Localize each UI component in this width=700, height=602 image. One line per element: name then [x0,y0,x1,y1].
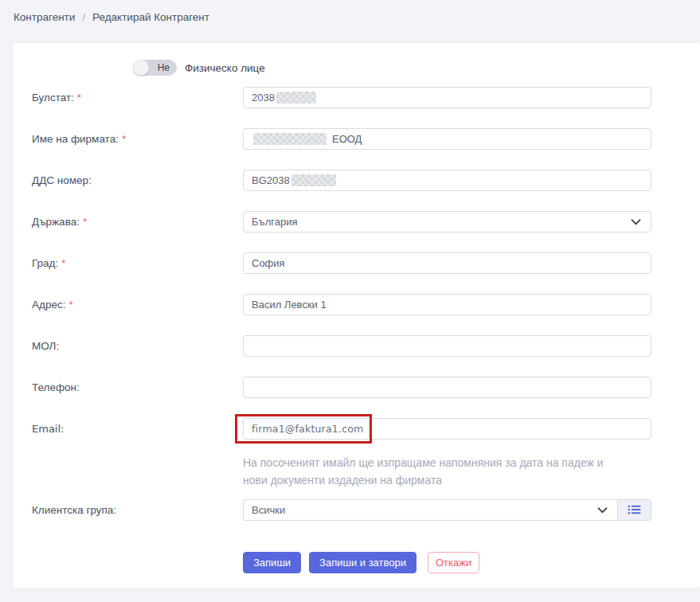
required-asterisk: * [61,257,65,269]
content-card: Не Физическо лице Булстат:* 2038 Име на … [13,43,700,588]
toggle-knob-icon [133,60,149,76]
required-asterisk: * [68,299,72,311]
country-select[interactable]: България [243,211,651,233]
bulstat-row: Булстат:* 2038 [32,76,651,118]
physical-person-toggle[interactable]: Не [133,60,177,76]
cancel-button[interactable]: Откажи [428,552,479,573]
censored-text [253,133,327,145]
breadcrumb: Контрагенти / Редактирай Контрагент [0,0,700,43]
address-input[interactable] [243,294,651,315]
mol-input[interactable] [243,335,651,357]
email-help-row: На посоченият имайл ще изпращаме напомня… [32,454,651,489]
bulstat-input[interactable]: 2038 [243,87,651,108]
client-group-label: Клиентска група: [32,504,243,516]
physical-person-toggle-row: Не Физическо лице [133,60,651,76]
company-name-row: Име на фирмата:* ЕООД [32,118,651,159]
chevron-down-icon [596,503,609,517]
city-row: Град:* [32,242,651,283]
address-row: Адрес:* [32,283,651,325]
physical-person-label: Физическо лице [185,62,265,74]
toggle-state-label: Не [158,62,177,73]
bullet-list-icon [628,504,641,515]
client-group-select[interactable]: Всички [243,499,617,521]
phone-row: Телефон: [32,366,651,408]
email-input[interactable] [243,418,651,440]
required-asterisk: * [83,216,87,228]
phone-label: Телефон: [32,381,243,393]
country-selected-value: България [252,216,297,228]
censored-text [291,174,336,186]
vat-number-input[interactable]: BG2038 [243,170,651,191]
chevron-down-icon [629,215,643,229]
save-and-close-button[interactable]: Запиши и затвори [309,552,416,573]
save-button[interactable]: Запиши [243,552,301,573]
company-name-value: ЕООД [332,133,362,145]
vat-number-row: ДДС номер: BG2038 [32,159,651,201]
address-label: Адрес:* [32,299,243,311]
vat-number-label: ДДС номер: [32,174,243,186]
company-name-input[interactable]: ЕООД [243,128,651,150]
breadcrumb-separator: / [82,11,85,23]
client-group-row: Клиентска група: Всички [32,489,651,530]
required-asterisk: * [77,92,81,104]
breadcrumb-item-contractors[interactable]: Контрагенти [14,11,75,23]
city-label: Град:* [32,257,243,269]
mol-row: МОЛ: [32,325,651,366]
city-input[interactable] [243,252,651,274]
email-row: Email: [32,408,651,449]
vat-number-value: BG2038 [252,174,290,186]
required-asterisk: * [122,133,126,145]
email-help-text: На посоченият имайл ще изпращаме напомня… [243,454,624,489]
country-label: Държава:* [32,216,243,228]
phone-input[interactable] [243,377,651,398]
bulstat-label: Булстат:* [32,92,243,104]
email-label: Email: [32,423,243,435]
censored-text [276,92,316,104]
form-actions: Запиши Запиши и затвори Откажи [243,552,651,573]
country-row: Държава:* България [32,201,651,242]
client-group-selected-value: Всички [252,504,285,516]
bulstat-value: 2038 [252,92,275,104]
company-name-label: Име на фирмата:* [32,133,243,145]
breadcrumb-item-current: Редактирай Контрагент [92,11,209,23]
client-group-list-button[interactable] [617,499,651,521]
mol-label: МОЛ: [32,340,243,352]
